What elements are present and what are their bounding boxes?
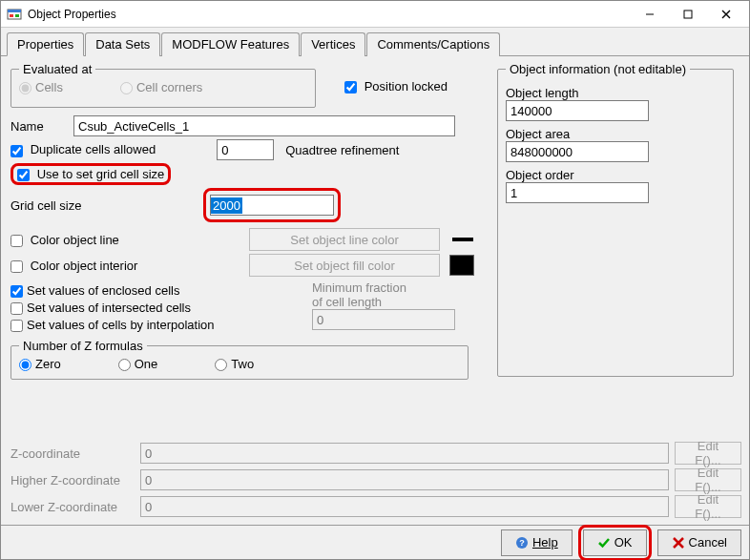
object-length-label: Object length bbox=[506, 86, 725, 100]
z-formulas-group: Number of Z formulas Zero One Two bbox=[10, 339, 469, 380]
app-icon bbox=[7, 7, 22, 22]
position-locked-checkbox[interactable] bbox=[344, 81, 357, 93]
set-fill-color-button[interactable]: Set object fill color bbox=[249, 254, 440, 277]
object-properties-window: Object Properties Properties Data Sets M… bbox=[0, 0, 750, 560]
window-controls bbox=[631, 2, 745, 27]
minimize-button[interactable] bbox=[631, 2, 669, 27]
svg-rect-5 bbox=[684, 10, 692, 18]
line-color-swatch bbox=[452, 238, 473, 241]
titlebar: Object Properties bbox=[1, 1, 749, 28]
z-coord-edit-button[interactable]: Edit F()... bbox=[675, 442, 741, 465]
higher-z-label: Higher Z-coordinate bbox=[10, 473, 135, 487]
use-grid-size-label[interactable]: Use to set grid cell size bbox=[17, 167, 164, 181]
close-button[interactable] bbox=[707, 2, 745, 27]
name-input[interactable] bbox=[73, 115, 455, 136]
lower-z-input bbox=[140, 496, 669, 517]
dialog-footer: ? Help OK Cancel bbox=[1, 525, 749, 559]
position-locked-label[interactable]: Position locked bbox=[344, 79, 448, 93]
tab-comments-captions[interactable]: Comments/Captions bbox=[366, 32, 500, 56]
z-coord-label: Z-coordinate bbox=[10, 446, 135, 461]
use-grid-size-checkbox[interactable] bbox=[17, 169, 30, 181]
set-intersected-label[interactable]: Set values of intersected cells bbox=[10, 301, 191, 315]
radio-cell-corners bbox=[120, 82, 133, 94]
radio-zero-label[interactable]: Zero bbox=[19, 357, 61, 371]
duplicate-cells-checkbox[interactable] bbox=[10, 145, 23, 157]
higher-z-input bbox=[140, 469, 669, 490]
radio-cell-corners-label: Cell corners bbox=[120, 80, 202, 94]
object-area-value bbox=[506, 141, 649, 162]
check-icon bbox=[597, 536, 611, 550]
svg-text:?: ? bbox=[519, 538, 525, 548]
set-enclosed-label[interactable]: Set values of enclosed cells bbox=[10, 283, 179, 298]
ok-button[interactable]: OK bbox=[583, 529, 647, 556]
z-formulas-legend: Number of Z formulas bbox=[19, 339, 147, 353]
svg-rect-1 bbox=[8, 10, 21, 12]
set-interpolation-checkbox[interactable] bbox=[10, 320, 23, 332]
object-order-value bbox=[506, 182, 649, 203]
maximize-button[interactable] bbox=[669, 2, 707, 27]
min-fraction-input bbox=[312, 309, 455, 330]
radio-cells-label: Cells bbox=[19, 80, 63, 94]
min-fraction-label1: Minimum fraction bbox=[312, 280, 455, 295]
radio-two-label[interactable]: Two bbox=[215, 357, 254, 371]
svg-rect-3 bbox=[15, 14, 19, 17]
tab-data-sets[interactable]: Data Sets bbox=[85, 32, 160, 56]
highlight-grid-cell-size: 2000 bbox=[203, 188, 341, 222]
object-area-label: Object area bbox=[506, 127, 725, 141]
set-intersected-checkbox[interactable] bbox=[10, 302, 23, 315]
radio-two[interactable] bbox=[215, 359, 227, 371]
object-info-legend: Object information (not editable) bbox=[506, 62, 690, 76]
tab-vertices[interactable]: Vertices bbox=[301, 32, 365, 56]
name-label: Name bbox=[10, 119, 62, 134]
radio-one[interactable] bbox=[118, 359, 131, 371]
evaluated-at-group: Evaluated at Cells Cell corners bbox=[10, 62, 316, 108]
color-interior-checkbox[interactable] bbox=[10, 260, 23, 273]
highlight-ok: OK bbox=[578, 525, 652, 561]
radio-zero[interactable] bbox=[19, 359, 31, 371]
min-fraction-label2: of cell length bbox=[312, 295, 455, 309]
cancel-button[interactable]: Cancel bbox=[657, 529, 741, 556]
tab-strip: Properties Data Sets MODFLOW Features Ve… bbox=[1, 28, 749, 56]
duplicate-cells-label[interactable]: Duplicate cells allowed bbox=[10, 142, 156, 156]
x-icon bbox=[672, 536, 685, 550]
radio-cells bbox=[19, 82, 31, 94]
set-enclosed-checkbox[interactable] bbox=[10, 285, 23, 298]
color-line-label[interactable]: Color object line bbox=[10, 233, 240, 247]
object-order-label: Object order bbox=[506, 168, 725, 182]
fill-color-swatch bbox=[449, 255, 474, 276]
highlight-use-grid-size: Use to set grid cell size bbox=[10, 163, 171, 185]
help-button[interactable]: ? Help bbox=[501, 529, 573, 556]
help-icon: ? bbox=[515, 536, 529, 550]
object-info-group: Object information (not editable) Object… bbox=[497, 62, 734, 377]
tab-modflow-features[interactable]: MODFLOW Features bbox=[161, 32, 300, 56]
object-length-value bbox=[506, 100, 649, 121]
higher-z-edit-button[interactable]: Edit F()... bbox=[675, 468, 741, 491]
set-interpolation-label[interactable]: Set values of cells by interpolation bbox=[10, 318, 215, 332]
lower-z-label: Lower Z-coordinate bbox=[10, 500, 135, 514]
lower-z-edit-button[interactable]: Edit F()... bbox=[675, 495, 741, 518]
grid-cell-size-label: Grid cell size bbox=[10, 198, 192, 213]
color-interior-label[interactable]: Color object interior bbox=[10, 259, 240, 273]
window-title: Object Properties bbox=[28, 8, 631, 21]
grid-cell-size-input[interactable]: 2000 bbox=[211, 197, 242, 214]
quadtree-input[interactable] bbox=[217, 139, 274, 160]
svg-rect-2 bbox=[10, 14, 13, 17]
color-line-checkbox[interactable] bbox=[10, 235, 23, 247]
set-line-color-button[interactable]: Set object line color bbox=[249, 228, 440, 251]
tab-properties[interactable]: Properties bbox=[7, 32, 84, 56]
evaluated-at-legend: Evaluated at bbox=[19, 62, 95, 76]
properties-panel: Evaluated at Cells Cell corners Position… bbox=[1, 56, 749, 525]
quadtree-label: Quadtree refinement bbox=[285, 143, 399, 157]
z-coord-input bbox=[140, 443, 669, 464]
radio-one-label[interactable]: One bbox=[118, 357, 158, 371]
